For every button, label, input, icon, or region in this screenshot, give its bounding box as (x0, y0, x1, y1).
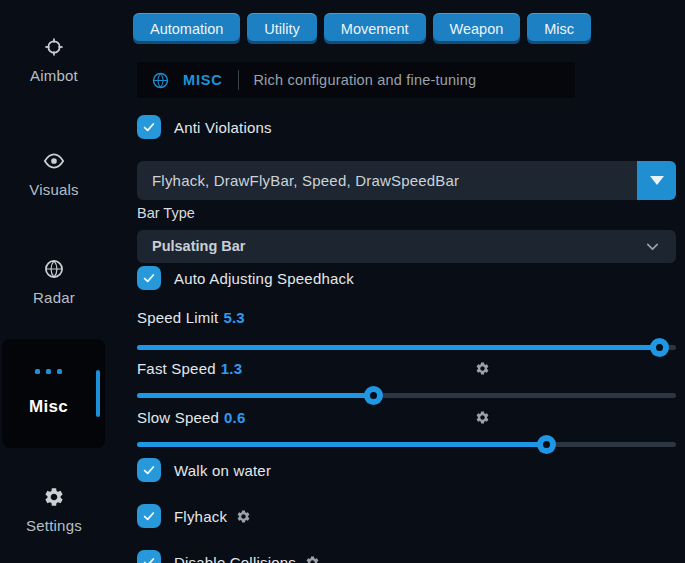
sidebar-item-label: Visuals (29, 181, 78, 198)
checkbox-label: Disable Collisions (174, 554, 296, 563)
category-tabs: Automation Utility Movement Weapon Misc (133, 13, 591, 44)
globe-icon (43, 258, 65, 280)
check-icon (141, 462, 157, 478)
checkbox-anti-violations[interactable]: Anti Violations (137, 114, 272, 140)
sidebar-item-radar[interactable]: Radar (0, 258, 108, 306)
divider (238, 70, 239, 90)
tab-utility[interactable]: Utility (247, 13, 316, 44)
bars-multiselect[interactable]: Flyhack, DrawFlyBar, Speed, DrawSpeedBar (137, 161, 676, 200)
checkbox-checked-icon[interactable] (137, 550, 161, 563)
active-indicator-bar (96, 370, 100, 417)
slider-handle[interactable] (537, 435, 556, 454)
check-icon (141, 119, 157, 135)
main-panel: Automation Utility Movement Weapon Misc … (137, 0, 676, 563)
checkbox-checked-icon[interactable] (137, 504, 161, 528)
multiselect-value: Flyhack, DrawFlyBar, Speed, DrawSpeedBar (152, 161, 459, 200)
checkbox-checked-icon[interactable] (137, 115, 161, 139)
fast-speed-gear-icon[interactable] (475, 361, 490, 376)
bar-type-label: Bar Type (137, 205, 195, 221)
globe-icon (151, 71, 170, 90)
slider-handle[interactable] (650, 338, 669, 357)
sidebar-item-visuals[interactable]: Visuals (0, 150, 108, 198)
sidebar: Aimbot Visuals Radar Misc Settings (0, 0, 112, 563)
fast-speed-value: 1.3 (221, 360, 242, 377)
speed-limit-label: Speed Limit5.3 (137, 309, 245, 326)
bar-type-dropdown[interactable]: Pulsating Bar (137, 230, 676, 263)
slider-fill (137, 345, 660, 350)
sidebar-item-label: Radar (33, 289, 75, 306)
tab-automation[interactable]: Automation (133, 13, 240, 44)
slider-fill (137, 442, 547, 447)
sidebar-item-aimbot[interactable]: Aimbot (0, 36, 108, 84)
slow-speed-label: Slow Speed0.6 (137, 409, 246, 426)
sidebar-item-settings[interactable]: Settings (0, 486, 108, 534)
checkbox-label: Anti Violations (174, 119, 272, 136)
dropdown-value: Pulsating Bar (152, 230, 245, 263)
sidebar-item-label: Settings (26, 517, 82, 534)
check-icon (141, 508, 157, 524)
section-header: MISC Rich configuration and fine-tuning (137, 62, 575, 98)
checkbox-label: Auto Adjusting Speedhack (174, 270, 354, 287)
slider-handle[interactable] (364, 386, 383, 405)
ellipsis-icon (2, 369, 95, 374)
checkbox-checked-icon[interactable] (137, 266, 161, 290)
eye-icon (43, 150, 65, 172)
tab-movement[interactable]: Movement (324, 13, 426, 44)
triangle-down-icon (650, 176, 664, 185)
slow-speed-slider[interactable] (137, 435, 676, 454)
section-subtitle: Rich configuration and fine-tuning (253, 72, 476, 88)
checkbox-label: Walk on water (174, 462, 271, 479)
tab-weapon[interactable]: Weapon (433, 13, 521, 44)
multiselect-dropdown-button[interactable] (637, 161, 676, 200)
fast-speed-slider[interactable] (137, 386, 676, 405)
slider-fill (137, 393, 374, 398)
tab-misc[interactable]: Misc (527, 13, 591, 44)
slow-speed-gear-icon[interactable] (475, 410, 490, 425)
checkbox-flyhack[interactable]: Flyhack (137, 503, 251, 529)
checkbox-disable-collisions[interactable]: Disable Collisions (137, 549, 320, 563)
speed-limit-slider[interactable] (137, 338, 676, 357)
section-title: MISC (183, 72, 222, 88)
cheat-menu-window: Aimbot Visuals Radar Misc Settings Autom… (0, 0, 685, 563)
checkbox-walk-on-water[interactable]: Walk on water (137, 457, 271, 483)
fast-speed-label: Fast Speed1.3 (137, 360, 242, 377)
disable-collisions-gear-icon[interactable] (305, 555, 320, 563)
sidebar-item-misc-selected[interactable]: Misc (2, 339, 105, 448)
slow-speed-value: 0.6 (224, 409, 245, 426)
sidebar-item-label: Misc (2, 397, 95, 417)
flyhack-gear-icon[interactable] (236, 509, 251, 524)
speed-limit-value: 5.3 (223, 309, 244, 326)
check-icon (141, 270, 157, 286)
sidebar-item-label: Aimbot (30, 67, 78, 84)
checkbox-checked-icon[interactable] (137, 458, 161, 482)
checkbox-auto-adjusting-speedhack[interactable]: Auto Adjusting Speedhack (137, 265, 354, 291)
gear-icon (43, 486, 65, 508)
crosshair-icon (43, 36, 65, 58)
check-icon (141, 554, 157, 563)
chevron-down-icon (643, 237, 662, 256)
checkbox-label: Flyhack (174, 508, 227, 525)
